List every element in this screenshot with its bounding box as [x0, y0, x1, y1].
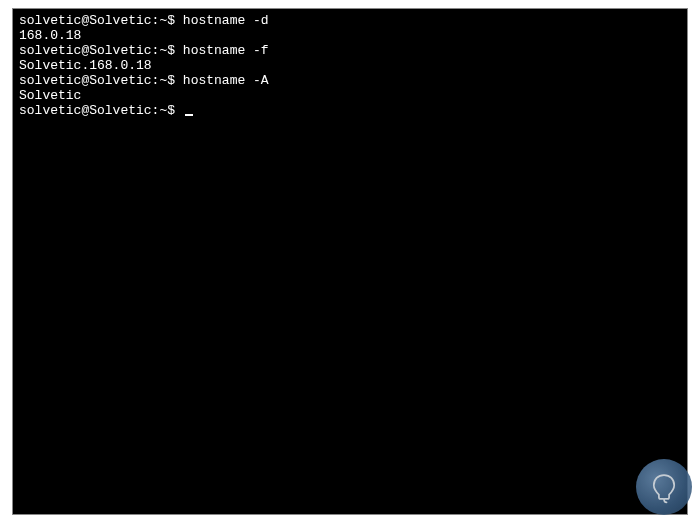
- shell-command: hostname -A: [183, 73, 269, 88]
- shell-prompt: solvetic@Solvetic:~$: [19, 103, 183, 118]
- terminal-output: Solvetic.168.0.18: [19, 58, 681, 73]
- terminal-line: solvetic@Solvetic:~$ hostname -A: [19, 73, 681, 88]
- terminal-line: solvetic@Solvetic:~$ hostname -d: [19, 13, 681, 28]
- terminal-line: solvetic@Solvetic:~$: [19, 103, 681, 118]
- shell-command: hostname -f: [183, 43, 269, 58]
- terminal-window[interactable]: solvetic@Solvetic:~$ hostname -d 168.0.1…: [12, 8, 688, 515]
- watermark-logo: [636, 459, 692, 515]
- terminal-output: 168.0.18: [19, 28, 681, 43]
- shell-prompt: solvetic@Solvetic:~$: [19, 43, 183, 58]
- cursor-icon: [185, 114, 193, 116]
- bulb-icon: [647, 470, 681, 504]
- shell-prompt: solvetic@Solvetic:~$: [19, 13, 183, 28]
- shell-prompt: solvetic@Solvetic:~$: [19, 73, 183, 88]
- shell-command: hostname -d: [183, 13, 269, 28]
- terminal-output: Solvetic: [19, 88, 681, 103]
- terminal-line: solvetic@Solvetic:~$ hostname -f: [19, 43, 681, 58]
